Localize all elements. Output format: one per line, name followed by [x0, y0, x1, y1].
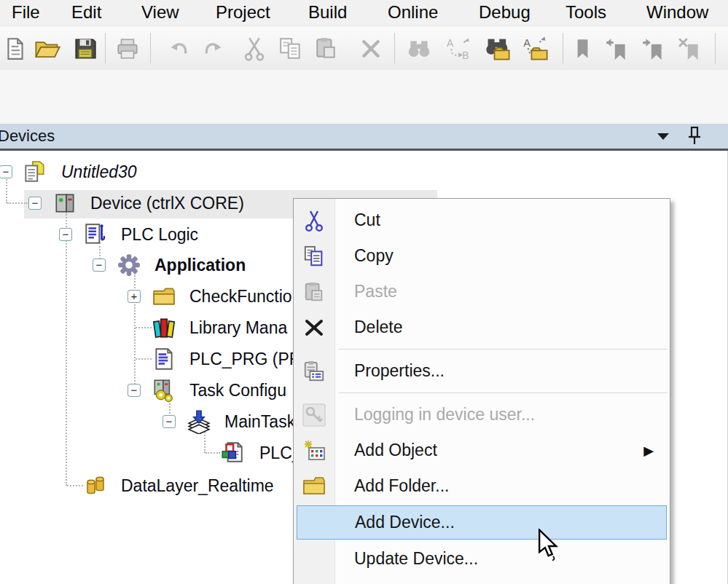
menu-item-label: Update Device... [354, 549, 478, 569]
menu-separator [339, 392, 668, 393]
replace-icon[interactable]: AB [443, 33, 474, 64]
menu-window[interactable]: Window [646, 2, 708, 23]
library-manager-icon[interactable] [152, 315, 176, 340]
ide-window: { "app": {"description": "PLC IDE with d… [0, 0, 728, 584]
new-file-icon[interactable] [0, 33, 31, 64]
expander-minus[interactable]: − [59, 228, 72, 241]
dropdown-arrow-icon[interactable] [652, 127, 674, 146]
context-menu-item-paste[interactable]: Paste [294, 274, 670, 309]
svg-text:A: A [523, 37, 531, 49]
tree-item-maintask[interactable]: MainTask [224, 411, 295, 433]
context-menu-item-update-device[interactable]: Update Device... [294, 541, 670, 577]
delete-icon[interactable] [356, 33, 386, 64]
redo-icon[interactable] [198, 33, 229, 64]
menu-build[interactable]: Build [308, 2, 347, 23]
submenu-arrow-icon: ▶ [643, 443, 654, 459]
context-menu-item-add-folder[interactable]: Add Folder... [294, 468, 670, 504]
menu-item-label: Delete [354, 317, 402, 337]
toolbar-separator [715, 33, 716, 63]
add-object-icon [294, 439, 334, 462]
expander-minus[interactable]: − [28, 197, 42, 210]
devices-panel-header: Devices [0, 124, 728, 151]
devices-panel-title: Devices [0, 127, 55, 146]
tree-item-untitled30[interactable]: Untitled30 [61, 161, 137, 183]
cut-icon [294, 210, 334, 232]
find-icon[interactable] [404, 33, 434, 64]
plc-logic-icon[interactable] [83, 222, 108, 247]
save-icon[interactable] [70, 33, 101, 64]
open-project-icon[interactable] [32, 33, 63, 64]
menu-edit[interactable]: Edit [71, 2, 101, 23]
menu-file[interactable]: File [12, 2, 40, 23]
menu-item-label: Add Device... [355, 513, 455, 532]
next-bookmark-icon[interactable] [638, 33, 669, 64]
context-menu-item-add-device[interactable]: Add Device... [297, 505, 667, 540]
toolbar-separator [105, 33, 106, 63]
menu-item-label: Logging in device user... [354, 405, 535, 425]
context-menu-item-delete[interactable]: Delete [294, 309, 670, 345]
undo-icon[interactable] [163, 33, 194, 64]
menu-online[interactable]: Online [388, 2, 438, 23]
tree-item-datalayer-realtime[interactable]: DataLayer_Realtime [121, 475, 274, 497]
tree-connector [136, 327, 152, 328]
find-in-project-icon[interactable] [482, 33, 513, 64]
copy-icon[interactable] [275, 33, 306, 64]
tree-connector [206, 452, 220, 454]
menu-item-label: Properties... [354, 361, 445, 381]
context-menu-item-properties[interactable]: Properties... [294, 353, 670, 389]
context-menu-item-cut[interactable]: Cut [294, 202, 670, 238]
program-call-icon[interactable] [220, 441, 245, 465]
menu-item-label: Add Object [354, 441, 437, 460]
expander-minus[interactable]: − [128, 384, 141, 397]
pou-icon[interactable] [152, 347, 176, 371]
menu-item-label: Paste [354, 282, 397, 301]
svg-text:B: B [462, 50, 469, 61]
tree-item-device[interactable]: Device (ctrlX CORE) [90, 192, 244, 214]
tree-item-plc-logic[interactable]: PLC Logic [121, 224, 198, 245]
paste-icon[interactable] [310, 33, 341, 64]
device-icon[interactable] [52, 191, 77, 216]
menu-view[interactable]: View [141, 2, 179, 23]
svg-text:A: A [447, 38, 454, 49]
application-gear-icon[interactable] [117, 253, 141, 277]
replace-in-project-icon[interactable]: A [520, 33, 551, 64]
folder-icon[interactable] [152, 284, 176, 309]
toolbar-separator [150, 33, 151, 63]
tree-item-application[interactable]: Application [154, 254, 246, 276]
menu-debug[interactable]: Debug [479, 2, 531, 23]
menu-project[interactable]: Project [216, 2, 270, 23]
context-menu-item-add-object[interactable]: Add Object ▶ [294, 433, 670, 468]
clear-bookmarks-icon[interactable] [675, 33, 705, 64]
toolbar-separator [394, 33, 395, 63]
bookmark-icon[interactable] [567, 33, 598, 64]
cut-icon[interactable] [239, 33, 270, 64]
datalayer-icon[interactable] [83, 473, 108, 498]
expander-plus[interactable]: + [128, 290, 141, 303]
expander-minus[interactable]: − [0, 165, 12, 178]
key-icon [294, 403, 334, 427]
menu-tools[interactable]: Tools [565, 2, 606, 23]
menu-item-label: Copy [354, 246, 394, 266]
tree-item-library-manager[interactable]: Library Mana [189, 317, 287, 339]
expander-minus[interactable]: − [93, 259, 106, 272]
context-menu: Cut Copy Paste Delete Properties... Logg… [293, 198, 670, 584]
task-icon[interactable] [187, 409, 211, 434]
expander-minus[interactable]: − [163, 415, 176, 428]
previous-bookmark-icon[interactable] [602, 33, 633, 64]
tree-connector [67, 485, 83, 486]
tree-item-checkfunctio[interactable]: CheckFunctio [189, 285, 292, 307]
tree-item-plc-prg[interactable]: PLC_PRG (PR [189, 348, 301, 370]
print-icon[interactable] [112, 33, 143, 64]
menu-separator [339, 349, 668, 350]
tree-connector [7, 202, 28, 204]
project-icon[interactable] [22, 159, 47, 184]
tree-item-task-configuration[interactable]: Task Configu [189, 379, 286, 401]
properties-icon [294, 360, 334, 382]
pin-icon[interactable] [684, 127, 705, 146]
context-menu-item-logging-in-device-user[interactable]: Logging in device user... [294, 397, 670, 433]
toolbar-separator [563, 33, 563, 63]
task-configuration-icon[interactable] [152, 378, 176, 403]
context-menu-item-copy[interactable]: Copy [294, 238, 670, 274]
menu-item-label: Add Folder... [354, 476, 449, 496]
document-area-empty [0, 70, 728, 124]
